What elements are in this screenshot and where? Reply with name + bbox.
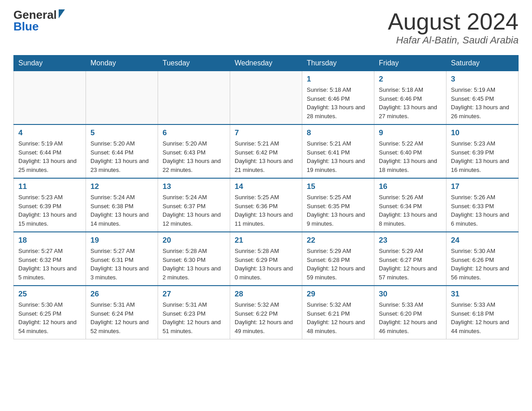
calendar-cell: 16Sunrise: 5:26 AM Sunset: 6:34 PM Dayli… <box>374 178 446 232</box>
calendar-cell: 12Sunrise: 5:24 AM Sunset: 6:38 PM Dayli… <box>86 178 158 232</box>
day-info: Sunrise: 5:31 AM Sunset: 6:24 PM Dayligh… <box>90 300 153 335</box>
day-info: Sunrise: 5:21 AM Sunset: 6:41 PM Dayligh… <box>307 139 369 174</box>
calendar-cell: 17Sunrise: 5:26 AM Sunset: 6:33 PM Dayli… <box>446 178 519 232</box>
calendar-cell: 11Sunrise: 5:23 AM Sunset: 6:39 PM Dayli… <box>14 178 86 232</box>
day-info: Sunrise: 5:20 AM Sunset: 6:44 PM Dayligh… <box>90 139 153 174</box>
day-info: Sunrise: 5:23 AM Sunset: 6:39 PM Dayligh… <box>18 193 81 228</box>
calendar-cell: 30Sunrise: 5:33 AM Sunset: 6:20 PM Dayli… <box>374 286 446 339</box>
day-number: 15 <box>307 182 369 191</box>
day-info: Sunrise: 5:31 AM Sunset: 6:23 PM Dayligh… <box>163 300 225 335</box>
calendar-cell: 14Sunrise: 5:25 AM Sunset: 6:36 PM Dayli… <box>230 178 302 232</box>
calendar-cell: 23Sunrise: 5:29 AM Sunset: 6:27 PM Dayli… <box>374 232 446 286</box>
day-number: 1 <box>307 75 369 84</box>
day-number: 4 <box>18 128 81 137</box>
calendar-cell <box>158 71 230 125</box>
calendar-cell: 18Sunrise: 5:27 AM Sunset: 6:32 PM Dayli… <box>14 232 86 286</box>
day-info: Sunrise: 5:18 AM Sunset: 6:46 PM Dayligh… <box>379 86 442 120</box>
day-info: Sunrise: 5:29 AM Sunset: 6:28 PM Dayligh… <box>307 247 369 282</box>
calendar-week-row-1: 1Sunrise: 5:18 AM Sunset: 6:46 PM Daylig… <box>14 71 519 125</box>
day-number: 19 <box>90 236 153 245</box>
day-number: 8 <box>307 128 369 137</box>
calendar-cell: 13Sunrise: 5:24 AM Sunset: 6:37 PM Dayli… <box>158 178 230 232</box>
day-number: 20 <box>163 236 225 245</box>
calendar-cell: 24Sunrise: 5:30 AM Sunset: 6:26 PM Dayli… <box>446 232 519 286</box>
day-info: Sunrise: 5:28 AM Sunset: 6:30 PM Dayligh… <box>163 247 225 282</box>
weekday-header-monday: Monday <box>86 56 158 71</box>
calendar-cell: 26Sunrise: 5:31 AM Sunset: 6:24 PM Dayli… <box>86 286 158 339</box>
day-info: Sunrise: 5:19 AM Sunset: 6:45 PM Dayligh… <box>451 86 514 120</box>
day-info: Sunrise: 5:32 AM Sunset: 6:22 PM Dayligh… <box>235 300 297 335</box>
calendar-cell: 29Sunrise: 5:32 AM Sunset: 6:21 PM Dayli… <box>302 286 374 339</box>
day-number: 9 <box>379 128 442 137</box>
day-number: 17 <box>451 182 514 191</box>
day-info: Sunrise: 5:27 AM Sunset: 6:31 PM Dayligh… <box>90 247 153 282</box>
day-info: Sunrise: 5:20 AM Sunset: 6:43 PM Dayligh… <box>163 139 225 174</box>
day-info: Sunrise: 5:19 AM Sunset: 6:44 PM Dayligh… <box>18 139 81 174</box>
title-block: August 2024 Hafar Al-Batin, Saudi Arabia <box>388 9 519 46</box>
day-number: 25 <box>18 290 81 299</box>
day-info: Sunrise: 5:18 AM Sunset: 6:46 PM Dayligh… <box>307 86 369 120</box>
day-number: 10 <box>451 128 514 137</box>
calendar-cell: 9Sunrise: 5:22 AM Sunset: 6:40 PM Daylig… <box>374 124 446 178</box>
calendar-week-row-3: 11Sunrise: 5:23 AM Sunset: 6:39 PM Dayli… <box>14 178 519 232</box>
day-info: Sunrise: 5:30 AM Sunset: 6:26 PM Dayligh… <box>451 247 514 282</box>
day-info: Sunrise: 5:24 AM Sunset: 6:37 PM Dayligh… <box>163 193 225 228</box>
day-number: 12 <box>90 182 153 191</box>
day-number: 26 <box>90 290 153 299</box>
day-info: Sunrise: 5:28 AM Sunset: 6:29 PM Dayligh… <box>235 247 297 282</box>
calendar-cell: 5Sunrise: 5:20 AM Sunset: 6:44 PM Daylig… <box>86 124 158 178</box>
weekday-header-sunday: Sunday <box>14 56 86 71</box>
weekday-header-row: SundayMondayTuesdayWednesdayThursdayFrid… <box>14 56 519 71</box>
day-info: Sunrise: 5:29 AM Sunset: 6:27 PM Dayligh… <box>379 247 442 282</box>
calendar-cell <box>230 71 302 125</box>
day-number: 24 <box>451 236 514 245</box>
day-number: 28 <box>235 290 297 299</box>
calendar-week-row-5: 25Sunrise: 5:30 AM Sunset: 6:25 PM Dayli… <box>14 286 519 339</box>
day-number: 3 <box>451 75 514 84</box>
calendar-cell: 1Sunrise: 5:18 AM Sunset: 6:46 PM Daylig… <box>302 71 374 125</box>
day-info: Sunrise: 5:25 AM Sunset: 6:35 PM Dayligh… <box>307 193 369 228</box>
day-number: 30 <box>379 290 442 299</box>
day-info: Sunrise: 5:22 AM Sunset: 6:40 PM Dayligh… <box>379 139 442 174</box>
calendar-cell: 19Sunrise: 5:27 AM Sunset: 6:31 PM Dayli… <box>86 232 158 286</box>
calendar-week-row-4: 18Sunrise: 5:27 AM Sunset: 6:32 PM Dayli… <box>14 232 519 286</box>
calendar-cell: 7Sunrise: 5:21 AM Sunset: 6:42 PM Daylig… <box>230 124 302 178</box>
weekday-header-wednesday: Wednesday <box>230 56 302 71</box>
calendar-cell: 25Sunrise: 5:30 AM Sunset: 6:25 PM Dayli… <box>14 286 86 339</box>
day-number: 5 <box>90 128 153 137</box>
day-info: Sunrise: 5:26 AM Sunset: 6:34 PM Dayligh… <box>379 193 442 228</box>
calendar-table: SundayMondayTuesdayWednesdayThursdayFrid… <box>13 55 519 339</box>
day-number: 23 <box>379 236 442 245</box>
calendar-cell: 8Sunrise: 5:21 AM Sunset: 6:41 PM Daylig… <box>302 124 374 178</box>
calendar-cell: 22Sunrise: 5:29 AM Sunset: 6:28 PM Dayli… <box>302 232 374 286</box>
day-info: Sunrise: 5:26 AM Sunset: 6:33 PM Dayligh… <box>451 193 514 228</box>
day-info: Sunrise: 5:33 AM Sunset: 6:20 PM Dayligh… <box>379 300 442 335</box>
day-number: 22 <box>307 236 369 245</box>
day-number: 31 <box>451 290 514 299</box>
calendar-cell <box>14 71 86 125</box>
calendar-week-row-2: 4Sunrise: 5:19 AM Sunset: 6:44 PM Daylig… <box>14 124 519 178</box>
day-info: Sunrise: 5:21 AM Sunset: 6:42 PM Dayligh… <box>235 139 297 174</box>
page-header: General Blue August 2024 Hafar Al-Batin,… <box>13 9 519 46</box>
weekday-header-tuesday: Tuesday <box>158 56 230 71</box>
weekday-header-saturday: Saturday <box>446 56 519 71</box>
day-info: Sunrise: 5:32 AM Sunset: 6:21 PM Dayligh… <box>307 300 369 335</box>
calendar-cell: 3Sunrise: 5:19 AM Sunset: 6:45 PM Daylig… <box>446 71 519 125</box>
day-info: Sunrise: 5:33 AM Sunset: 6:18 PM Dayligh… <box>451 300 514 335</box>
calendar-cell: 27Sunrise: 5:31 AM Sunset: 6:23 PM Dayli… <box>158 286 230 339</box>
month-title: August 2024 <box>388 9 519 34</box>
day-info: Sunrise: 5:23 AM Sunset: 6:39 PM Dayligh… <box>451 139 514 174</box>
calendar-cell: 20Sunrise: 5:28 AM Sunset: 6:30 PM Dayli… <box>158 232 230 286</box>
logo-general-text: General <box>13 9 57 21</box>
day-number: 29 <box>307 290 369 299</box>
day-number: 27 <box>163 290 225 299</box>
calendar-cell: 28Sunrise: 5:32 AM Sunset: 6:22 PM Dayli… <box>230 286 302 339</box>
calendar-cell: 4Sunrise: 5:19 AM Sunset: 6:44 PM Daylig… <box>14 124 86 178</box>
calendar-cell: 15Sunrise: 5:25 AM Sunset: 6:35 PM Dayli… <box>302 178 374 232</box>
logo-blue-text: Blue <box>13 21 39 32</box>
day-number: 11 <box>18 182 81 191</box>
day-number: 13 <box>163 182 225 191</box>
calendar-cell: 21Sunrise: 5:28 AM Sunset: 6:29 PM Dayli… <box>230 232 302 286</box>
calendar-cell <box>86 71 158 125</box>
day-info: Sunrise: 5:30 AM Sunset: 6:25 PM Dayligh… <box>18 300 81 335</box>
